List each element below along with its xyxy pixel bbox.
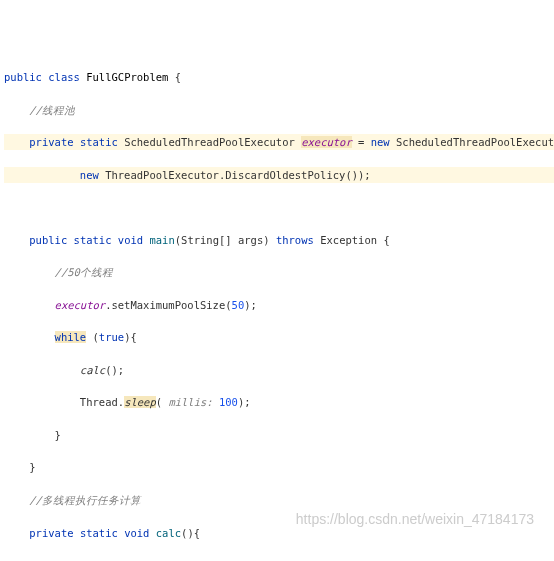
code-line: } bbox=[4, 427, 554, 443]
code-line: while (true){ bbox=[4, 329, 554, 345]
code-line: public static void main(String[] args) t… bbox=[4, 232, 554, 248]
code-line: Thread.sleep( millis: 100); bbox=[4, 394, 554, 410]
code-line: public class FullGCProblem { bbox=[4, 69, 554, 85]
code-line: //多线程执行任务计算 bbox=[4, 492, 554, 508]
code-line: calc(); bbox=[4, 362, 554, 378]
code-line: executor.setMaximumPoolSize(50); bbox=[4, 297, 554, 313]
watermark: https://blog.csdn.net/weixin_47184173 bbox=[296, 509, 534, 531]
code-line bbox=[4, 199, 554, 215]
code-editor[interactable]: public class FullGCProblem { //线程池 priva… bbox=[0, 49, 554, 561]
code-line: } bbox=[4, 459, 554, 475]
code-line: //50个线程 bbox=[4, 264, 554, 280]
code-line: private static ScheduledThreadPoolExecut… bbox=[4, 134, 554, 150]
code-line: new ThreadPoolExecutor.DiscardOldestPoli… bbox=[4, 167, 554, 183]
code-line: List<UserInfo> taskList = getAllCardInfo… bbox=[4, 557, 554, 561]
code-line: //线程池 bbox=[4, 102, 554, 118]
